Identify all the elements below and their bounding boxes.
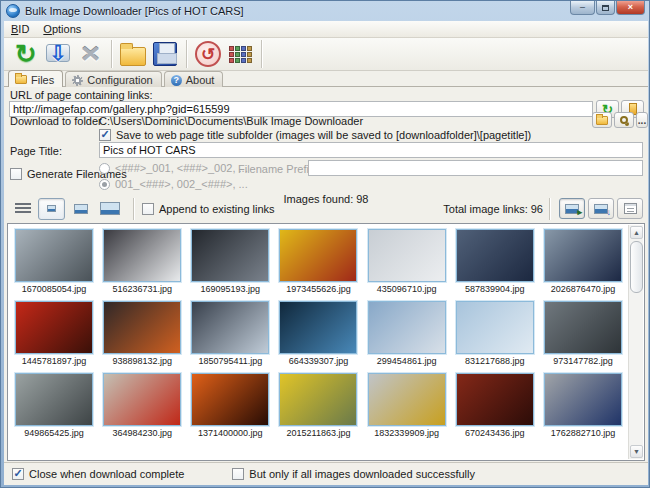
thumbnail-item[interactable]: 670243436.jpg — [451, 373, 539, 438]
but-only-row[interactable]: But only if all images downloaded succes… — [232, 468, 475, 480]
thumbnail-item[interactable]: 949865425.jpg — [10, 373, 98, 438]
thumbnail-item[interactable]: 435096710.jpg — [363, 229, 451, 294]
download-selected-button[interactable]: ↓ — [588, 198, 614, 219]
scroll-up-button[interactable]: ▲ — [630, 226, 643, 239]
tab-about[interactable]: ? About — [164, 71, 224, 87]
list-view-button[interactable] — [9, 198, 36, 220]
queue-download-button[interactable]: ⇩ — [42, 39, 74, 69]
menu-bid[interactable]: BID — [4, 22, 36, 36]
thumbnail-image[interactable] — [279, 229, 357, 282]
thumbnail-item[interactable]: 364984230.jpg — [98, 373, 186, 438]
browse-ellipsis-button[interactable]: ... — [636, 112, 648, 128]
explore-folder-button[interactable] — [614, 112, 634, 128]
thumbnail-image[interactable] — [544, 301, 622, 354]
thumbnail-item[interactable]: 2015211863.jpg — [274, 373, 362, 438]
download-images-button[interactable]: ↻ — [10, 39, 42, 69]
thumbnail-item[interactable]: 1445781897.jpg — [10, 301, 98, 366]
append-links-checkbox[interactable] — [142, 203, 154, 215]
thumbnail-image[interactable] — [456, 301, 534, 354]
link-list-button[interactable] — [617, 198, 643, 219]
thumbnail-image[interactable] — [15, 301, 93, 354]
save-button[interactable] — [149, 39, 181, 69]
maximize-icon — [602, 5, 609, 11]
browse-folder-button[interactable] — [592, 112, 612, 128]
menu-options[interactable]: Options — [36, 22, 88, 36]
cancel-button[interactable]: × — [74, 39, 106, 69]
close-when-complete-label: Close when download complete — [29, 468, 184, 480]
thumbnail-image[interactable] — [191, 229, 269, 282]
thumbnail-item[interactable]: 169095193.jpg — [186, 229, 274, 294]
close-button[interactable]: × — [616, 1, 645, 15]
thumbnail-filename: 587839904.jpg — [465, 284, 525, 294]
download-folder-value[interactable]: C:\Users\Dominic\Documents\Bulk Image Do… — [99, 115, 363, 127]
thumbnail-item[interactable]: 1832339909.jpg — [363, 373, 451, 438]
floppy-disk-icon — [153, 42, 177, 66]
thumbnail-item[interactable]: 664339307.jpg — [274, 301, 362, 366]
open-folder-button[interactable] — [117, 39, 149, 69]
thumbnail-image[interactable] — [103, 229, 181, 282]
thumbnail-filename: 364984230.jpg — [112, 428, 172, 438]
but-only-checkbox[interactable] — [232, 468, 244, 480]
thumbnail-filename: 516236731.jpg — [112, 284, 172, 294]
close-when-complete-row[interactable]: Close when download complete — [12, 468, 184, 480]
filename-pattern1-label: <###>_001, <###>_002, ... — [115, 162, 248, 174]
subfolder-checkbox[interactable] — [99, 129, 111, 141]
thumbnail-image[interactable] — [279, 373, 357, 426]
scrollbar-thumb[interactable] — [630, 241, 643, 293]
thumbnail-image[interactable] — [544, 373, 622, 426]
thumbnail-image[interactable] — [191, 373, 269, 426]
small-thumbs-button[interactable] — [38, 198, 65, 220]
close-when-complete-checkbox[interactable] — [12, 468, 24, 480]
window-title: Bulk Image Downloader [Pics of HOT CARS] — [25, 5, 244, 17]
title-bar[interactable]: Bulk Image Downloader [Pics of HOT CARS]… — [1, 1, 649, 21]
append-links-label: Append to existing links — [159, 203, 275, 215]
thumbnail-image[interactable] — [15, 229, 93, 282]
restart-button[interactable]: ↺ — [192, 39, 224, 69]
maximize-button[interactable] — [596, 1, 615, 15]
minimize-button[interactable]: – — [570, 1, 595, 15]
subfolder-checkbox-row[interactable]: Save to web page title subfolder (images… — [99, 129, 531, 141]
filename-pattern1-radio[interactable] — [99, 163, 110, 174]
large-thumbs-button[interactable] — [96, 198, 123, 220]
scroll-down-button[interactable]: ▼ — [630, 445, 643, 458]
thumbnail-item[interactable]: 1850795411.jpg — [186, 301, 274, 366]
thumbnail-item[interactable]: 1670085054.jpg — [10, 229, 98, 294]
thumbnail-image[interactable] — [368, 373, 446, 426]
thumbnail-gallery-button[interactable] — [224, 39, 256, 69]
thumbnail-item[interactable]: 1762882710.jpg — [539, 373, 627, 438]
thumbnail-item[interactable]: 2026876470.jpg — [539, 229, 627, 294]
thumbnail-item[interactable]: 1973455626.jpg — [274, 229, 362, 294]
filename-pattern1-row[interactable]: <###>_001, <###>_002, ... — [99, 162, 248, 174]
thumbnail-image[interactable] — [279, 301, 357, 354]
thumbnail-image[interactable] — [103, 373, 181, 426]
filename-prefix-input[interactable] — [308, 160, 643, 176]
thumbnail-image[interactable] — [456, 229, 534, 282]
thumbnail-item[interactable]: 831217688.jpg — [451, 301, 539, 366]
small-thumb-icon — [47, 205, 56, 212]
append-links-row[interactable]: Append to existing links — [142, 203, 275, 215]
thumbnail-item[interactable]: 516236731.jpg — [98, 229, 186, 294]
thumbnail-image[interactable] — [103, 301, 181, 354]
filename-pattern2-row[interactable]: 001_<###>, 002_<###>, ... — [99, 178, 248, 190]
tab-files[interactable]: Files — [8, 70, 63, 87]
filename-pattern2-radio[interactable] — [99, 179, 110, 190]
thumbnail-item[interactable]: 1371400000.jpg — [186, 373, 274, 438]
thumbnail-image[interactable] — [368, 301, 446, 354]
thumbnail-image[interactable] — [191, 301, 269, 354]
filename-prefix-label: Filename Prefix: — [238, 163, 317, 175]
thumbnail-item[interactable]: 587839904.jpg — [451, 229, 539, 294]
url-label: URL of page containing links: — [10, 89, 153, 101]
thumbnail-item[interactable]: 299454861.jpg — [363, 301, 451, 366]
thumbnail-image[interactable] — [368, 229, 446, 282]
medium-thumbs-button[interactable] — [67, 198, 94, 220]
tab-configuration[interactable]: Configuration — [65, 71, 161, 87]
check-links-button[interactable]: ▸ — [559, 198, 585, 219]
page-title-input[interactable] — [99, 142, 643, 158]
thumbnail-item[interactable]: 973147782.jpg — [539, 301, 627, 366]
thumbnail-item[interactable]: 938898132.jpg — [98, 301, 186, 366]
thumbnail-image[interactable] — [15, 373, 93, 426]
generate-filenames-checkbox[interactable] — [10, 168, 22, 180]
vertical-scrollbar[interactable]: ▲ ▼ — [628, 225, 643, 459]
thumbnail-image[interactable] — [544, 229, 622, 282]
thumbnail-image[interactable] — [456, 373, 534, 426]
